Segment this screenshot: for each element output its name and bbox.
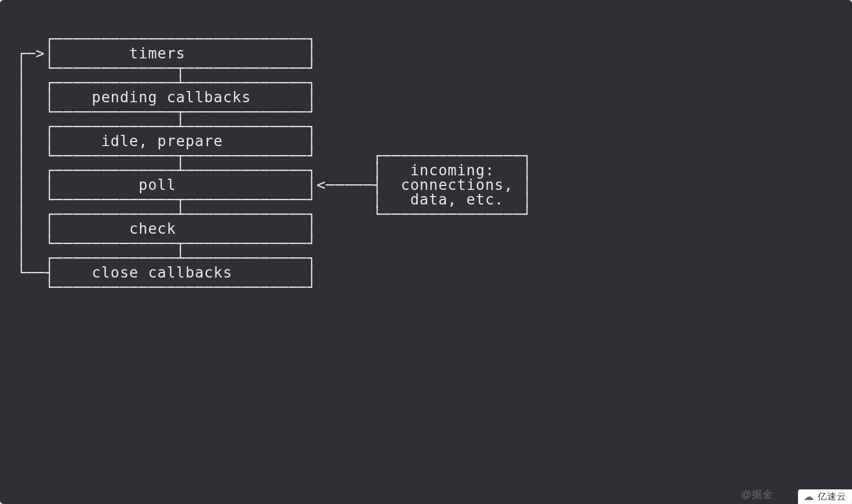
- watermark-yisu: ☁ 亿速云: [798, 489, 852, 504]
- watermark-text: 亿速云: [818, 492, 846, 501]
- phase-check: check: [129, 220, 176, 237]
- diagram-frame: ┌───────────────────────────┐ ┌─>│ timer…: [0, 0, 852, 504]
- cloud-icon: ☁: [804, 492, 814, 502]
- phase-pending: pending callbacks: [92, 89, 251, 106]
- watermark-juejin: @掘金: [741, 489, 773, 500]
- ascii-diagram: ┌───────────────────────────┐ ┌─>│ timer…: [17, 31, 532, 294]
- phase-close: close callbacks: [92, 264, 232, 281]
- phase-poll: poll: [139, 176, 177, 193]
- phase-timers: timers: [129, 45, 186, 62]
- phase-idle: idle, prepare: [101, 133, 223, 149]
- incoming-line3: data, etc.: [410, 191, 504, 208]
